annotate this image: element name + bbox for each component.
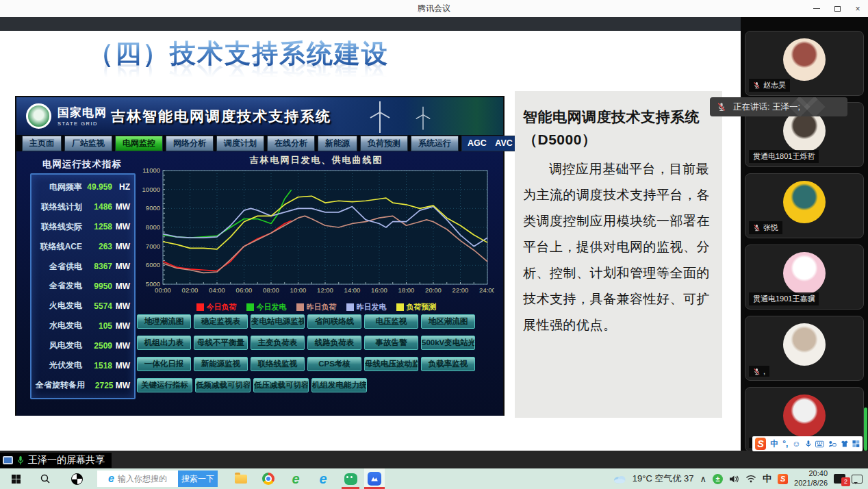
tray-expand-caret[interactable]: ∧ <box>700 474 707 484</box>
indicator-unit: MW <box>113 381 130 390</box>
web-search-button[interactable]: 搜索一下 <box>178 471 218 487</box>
dashboard-button[interactable]: 关键运行指标 <box>137 378 192 392</box>
legend-label: 昨日负荷 <box>307 302 337 312</box>
dashboard-button[interactable]: 事故告警 <box>364 336 418 350</box>
indicator-unit: MW <box>112 222 130 231</box>
ime-toolbox-icon[interactable] <box>828 440 837 448</box>
ime-grid-icon[interactable] <box>852 440 860 448</box>
dashboard-button[interactable]: 线路负荷表 <box>307 336 361 350</box>
legend-swatch <box>196 303 204 311</box>
menu-item-network-analysis[interactable]: 网络分析 <box>166 136 214 151</box>
dashboard-button[interactable]: 新能源监视 <box>194 357 248 371</box>
svg-text:22:00: 22:00 <box>452 286 469 294</box>
dashboard-body: 电网运行技术指标 电网频率 49.959 HZ联络线计划 1486 MW联络线实… <box>16 151 503 416</box>
start-button[interactable] <box>0 468 31 489</box>
ime-emoji-icon[interactable]: ☺ <box>792 436 800 451</box>
menu-item-online-analysis[interactable]: 在线分析 <box>267 136 315 151</box>
action-center-icon[interactable] <box>852 475 863 484</box>
participant-tile[interactable]: 张悦 <box>745 173 864 238</box>
indicator-value: 1258 <box>82 222 112 231</box>
ime-chinese-icon[interactable]: 中 <box>770 436 778 451</box>
dashboard-button[interactable]: 低频减载可切容量 <box>195 378 251 392</box>
chart-legend: 今日负荷今日发电昨日负荷昨日发电负荷预测 <box>138 302 494 312</box>
web-search-box[interactable]: e 输入你想搜的 <box>97 471 178 487</box>
dashboard-button[interactable]: 一体化日报 <box>137 357 191 371</box>
dashboard-button[interactable]: 低压减载可切容量 <box>253 378 309 392</box>
menu-item-grid-control[interactable]: 电网监控 <box>115 136 163 151</box>
clock[interactable]: 20:40 2021/8/26 <box>794 469 828 488</box>
minimize-button[interactable] <box>806 0 827 17</box>
sogou-logo-icon[interactable]: S <box>755 438 766 450</box>
participant-tile[interactable]: 赵志昊 <box>745 31 864 96</box>
indicator-value: 263 <box>82 242 112 251</box>
dashboard-button[interactable]: 省间联络线 <box>307 314 361 329</box>
weather-cloud-icon[interactable] <box>613 474 626 484</box>
brand-name-en: STATE GRID <box>58 121 107 127</box>
chrome-icon[interactable] <box>255 468 282 489</box>
indicator-row: 火电发电 5574 MW <box>36 300 130 312</box>
sogou-ime-bar[interactable]: S 中 °, ☺ <box>752 436 863 451</box>
tencent-meeting-icon[interactable] <box>364 468 385 489</box>
dashboard-button[interactable]: 机组发电能力统计 <box>311 378 367 392</box>
dashboard-button[interactable]: 主变负荷表 <box>251 336 305 350</box>
ime-mode-indicator[interactable]: 中 <box>763 473 771 485</box>
participant-name: 贯通电1901王嘉骥 <box>753 294 815 304</box>
ie-green-icon[interactable]: e <box>282 468 309 489</box>
ime-punct-icon[interactable]: °, <box>782 436 788 451</box>
indicator-label: 联络线计划 <box>36 201 82 213</box>
ie-blue-icon[interactable]: e <box>309 468 337 489</box>
slide-title-reflection: （四）技术支持系统建设 <box>88 61 389 87</box>
ime-voice-icon[interactable] <box>805 440 812 449</box>
wechat-icon[interactable] <box>337 468 364 489</box>
dashboard-button[interactable]: 负载率监视 <box>421 357 475 371</box>
dashboard-button[interactable]: 联络线监视 <box>251 357 305 371</box>
participant-name-badge: 张悦 <box>749 221 782 234</box>
file-explorer-icon[interactable] <box>227 468 255 489</box>
participant-tile[interactable]: 贯通电1901王嘉骥 <box>745 244 864 310</box>
participant-tile[interactable]: , <box>745 316 864 381</box>
load-generation-chart: 50006000700080009000100001100000:0002:00… <box>138 166 494 301</box>
menu-item-load-forecast[interactable]: 负荷预测 <box>360 136 408 151</box>
menu-item-new-energy[interactable]: 新能源 <box>318 136 357 151</box>
dashboard-button[interactable]: 地理潮流图 <box>137 314 191 329</box>
close-button[interactable]: × <box>847 0 868 17</box>
info-title-line1: 智能电网调度技术支持系统 <box>523 109 700 125</box>
dashboard-button[interactable]: 机组出力表 <box>137 336 191 350</box>
antivirus-tray-icon[interactable]: ± <box>713 474 723 484</box>
dashboard-button[interactable]: 变电站电源监视 <box>251 314 305 329</box>
menu-item-station-monitor[interactable]: 厂站监视 <box>64 136 112 151</box>
notification-icon[interactable]: 2 <box>834 474 845 484</box>
dashboard-button[interactable]: 稳定监视表 <box>194 314 248 329</box>
taskbar-search-icon[interactable] <box>31 468 59 489</box>
restore-button[interactable] <box>827 0 847 17</box>
pinwheel-app-icon[interactable] <box>59 468 94 489</box>
dashboard-button[interactable]: 电压监视 <box>364 314 418 329</box>
legend-swatch <box>396 303 404 311</box>
info-body: 调控应用基础平台，目前最为主流的调度技术支持平台，各类调度控制应用模块统一部署在… <box>523 156 714 338</box>
wifi-icon[interactable] <box>745 475 756 483</box>
dashboard-button[interactable]: 母线电压波动监视 <box>364 357 418 371</box>
indicator-row: 全省旋转备用 2725 MW <box>36 379 130 391</box>
sidebar-scrollbar[interactable] <box>864 408 867 451</box>
legend-swatch <box>346 303 354 311</box>
participant-name-badge: 贯通电1801王烁哲 <box>749 150 819 163</box>
sogou-tray-icon[interactable]: S <box>778 474 788 484</box>
indicator-unit: MW <box>112 281 130 291</box>
avatar <box>783 394 826 437</box>
dashboard-button[interactable]: CPS考核 <box>307 357 361 371</box>
volume-icon[interactable] <box>729 475 739 484</box>
participant-name: , <box>763 367 765 375</box>
dashboard-button[interactable]: 500kV变电站光字 <box>421 336 475 350</box>
dashboard-button[interactable]: 母线不平衡量 <box>194 336 248 350</box>
indicator-value: 2509 <box>82 341 112 351</box>
menu-item-system-operation[interactable]: 系统运行 <box>411 136 459 151</box>
indicator-label: 水电发电 <box>36 320 82 331</box>
mic-live-icon <box>16 455 25 466</box>
ime-keyboard-icon[interactable] <box>815 440 824 448</box>
ime-skin-icon[interactable] <box>841 440 849 448</box>
svg-text:7000: 7000 <box>146 242 160 250</box>
dashboard-button[interactable]: 地区潮流图 <box>421 314 475 329</box>
weather-text[interactable]: 19°C 空气优 37 <box>633 473 694 485</box>
menu-item-dispatch-plan[interactable]: 调度计划 <box>216 136 264 151</box>
menu-item-home[interactable]: 主页面 <box>22 136 62 151</box>
